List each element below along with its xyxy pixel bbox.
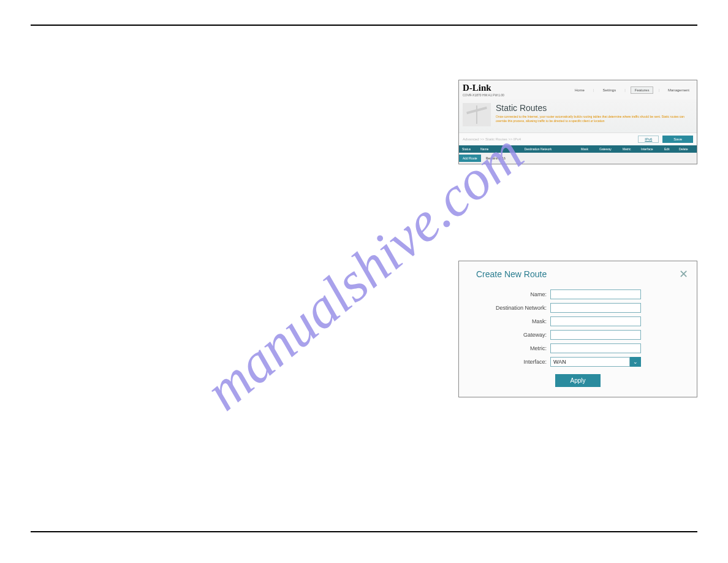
model-text: COVR-X1870 HW:A1 FW:1.00 bbox=[463, 93, 504, 97]
mask-field[interactable] bbox=[550, 316, 641, 326]
breadcrumb: Advanced >> Static Routes >> IPv4 bbox=[463, 137, 521, 141]
nav-home[interactable]: Home bbox=[571, 87, 588, 93]
col-delete: Delete bbox=[677, 147, 696, 151]
label-gateway: Gateway: bbox=[468, 332, 550, 338]
dlink-logo: D-Link bbox=[463, 83, 504, 93]
apply-button[interactable]: Apply bbox=[555, 374, 600, 387]
close-icon[interactable]: ✕ bbox=[679, 267, 688, 281]
col-metric: Metric bbox=[621, 147, 639, 151]
label-mask: Mask: bbox=[468, 318, 550, 324]
signpost-icon bbox=[463, 103, 491, 126]
screenshot-create-route-dialog: Create New Route ✕ Name: Destination Net… bbox=[458, 261, 697, 397]
col-mask: Mask bbox=[579, 147, 597, 151]
name-field[interactable] bbox=[550, 289, 641, 299]
col-interface: Interface bbox=[639, 147, 662, 151]
col-edit: Edit bbox=[662, 147, 677, 151]
screenshot-static-routes: D-Link COVR-X1870 HW:A1 FW:1.00 Home | S… bbox=[458, 80, 697, 164]
nav-divider: | bbox=[654, 87, 663, 93]
label-name: Name: bbox=[468, 291, 550, 297]
nav-divider: | bbox=[621, 87, 629, 93]
col-dest: Destination Network bbox=[497, 147, 579, 151]
label-dest: Destination Network: bbox=[468, 305, 550, 311]
remaining-text: Remaining: 16 bbox=[481, 156, 506, 160]
nav-management[interactable]: Management bbox=[664, 87, 693, 93]
nav-divider: | bbox=[590, 87, 598, 93]
metric-field[interactable] bbox=[550, 343, 641, 353]
page-divider-top bbox=[31, 25, 697, 26]
col-status: Status bbox=[460, 147, 479, 151]
top-nav: Home | Settings | Features | Management bbox=[571, 86, 693, 94]
add-route-button[interactable]: Add Route bbox=[459, 155, 481, 162]
nav-settings[interactable]: Settings bbox=[599, 87, 620, 93]
interface-select[interactable]: WAN bbox=[550, 357, 630, 367]
ipv6-button[interactable]: IPv6 bbox=[638, 136, 659, 143]
page-divider-bottom bbox=[31, 531, 697, 532]
col-name: Name bbox=[479, 147, 497, 151]
chevron-down-icon[interactable]: ⌄ bbox=[630, 357, 641, 367]
destination-field[interactable] bbox=[550, 303, 641, 313]
label-interface: Interface: bbox=[468, 359, 550, 365]
gateway-field[interactable] bbox=[550, 330, 641, 340]
page-title: Static Routes bbox=[496, 103, 693, 113]
label-metric: Metric: bbox=[468, 345, 550, 351]
table-header: Status Name Destination Network Mask Gat… bbox=[459, 145, 697, 153]
nav-features[interactable]: Features bbox=[631, 86, 654, 94]
dialog-title: Create New Route bbox=[468, 269, 547, 279]
page-description: Once connected to the Internet, your rou… bbox=[496, 115, 693, 123]
col-gateway: Gateway bbox=[597, 147, 621, 151]
save-button[interactable]: Save bbox=[662, 136, 693, 143]
